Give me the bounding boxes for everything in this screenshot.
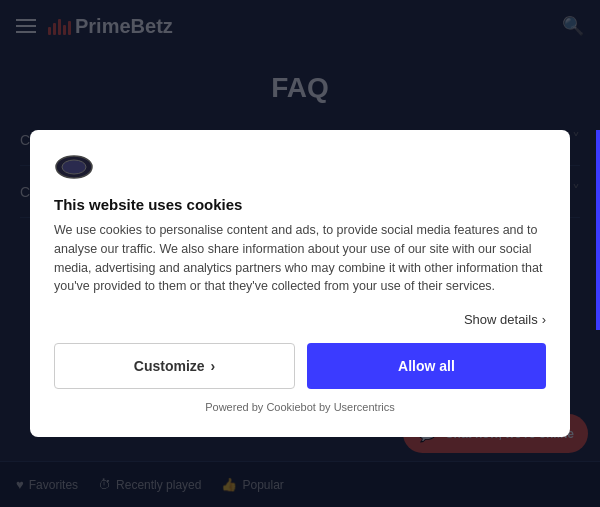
cookie-body: We use cookies to personalise content an… [54, 221, 546, 296]
svg-point-1 [62, 160, 86, 174]
customize-chevron-icon: › [211, 358, 216, 374]
allow-all-button[interactable]: Allow all [307, 343, 546, 389]
cookiebot-credit: Powered by Cookiebot by Usercentrics [54, 401, 546, 413]
cookie-title: This website uses cookies [54, 196, 546, 213]
cookie-logo-icon [54, 154, 94, 180]
cookie-logo [54, 154, 546, 184]
chevron-right-icon: › [542, 312, 546, 327]
cookie-overlay: This website uses cookies We use cookies… [0, 0, 600, 507]
right-accent-bar [596, 130, 600, 330]
customize-button[interactable]: Customize › [54, 343, 295, 389]
cookie-modal: This website uses cookies We use cookies… [30, 130, 570, 437]
cookie-buttons: Customize › Allow all [54, 343, 546, 389]
show-details-link[interactable]: Show details › [54, 312, 546, 327]
